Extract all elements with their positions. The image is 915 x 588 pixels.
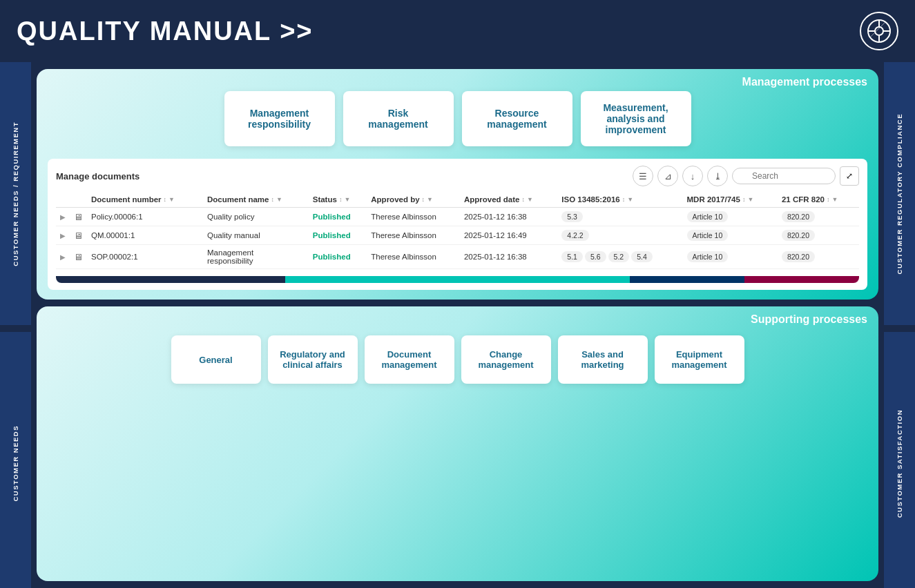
- docs-toolbar: ☰ ⊿ ↓ ⤓ 🔍 ⤢: [633, 166, 859, 186]
- left-top-label: CUSTOMER NEEDS / REQUIREMENT: [12, 121, 19, 266]
- doc-type-icon: 🖥: [74, 212, 83, 222]
- right-side-label: CUSTOMER REGULATORY COMPLIANCE CUSTOMER …: [884, 62, 915, 588]
- docs-panel-title: Manage documents: [56, 171, 139, 182]
- management-cards-row: Management responsibility Risk managemen…: [48, 84, 867, 153]
- management-title: Management processes: [742, 76, 867, 88]
- doc-mdr-cell: Article 10: [683, 208, 778, 226]
- th-mdr: MDR 2017/745 ↕ ▼: [687, 195, 773, 204]
- sort-icon[interactable]: ↕: [164, 196, 167, 203]
- supporting-card-5[interactable]: Equipment management: [655, 335, 744, 384]
- supporting-card-3[interactable]: Change management: [461, 335, 551, 384]
- doc-number-cell: Policy.00006:1: [87, 208, 203, 226]
- th-cfr: 21 CFR 820 ↕ ▼: [782, 195, 855, 204]
- filter-button[interactable]: ⊿: [657, 166, 678, 186]
- supporting-section: Supporting processes General Regulatory …: [37, 306, 878, 581]
- doc-approved-date-cell: 2025-01-12 16:38: [460, 245, 557, 269]
- filter-icon-status[interactable]: ▼: [344, 196, 350, 203]
- pb-teal: [285, 276, 629, 283]
- cfr-badge: 820.20: [782, 211, 815, 222]
- doc-approved-date-cell: 2025-01-12 16:38: [460, 208, 557, 226]
- expand-button[interactable]: ⤢: [840, 166, 859, 186]
- sort-icon-status[interactable]: ↕: [339, 196, 343, 203]
- right-bottom-label: CUSTOMER SATISFACTION: [896, 409, 903, 518]
- cfr-badge: 820.20: [782, 230, 815, 241]
- doc-approved-by-cell: Therese Albinsson: [367, 208, 460, 226]
- management-card-2[interactable]: Resource management: [462, 91, 572, 146]
- management-card-3[interactable]: Measurement, analysis and improvement: [581, 91, 691, 146]
- doc-approved-date-cell: 2025-01-12 16:49: [460, 226, 557, 245]
- doc-iso-cell: 5.15.65.25.4: [557, 245, 682, 269]
- doc-iso-cell: 4.2.2: [557, 226, 682, 245]
- iso-badge: 5.2: [608, 251, 630, 262]
- th-doc-name: Document name ↕ ▼: [207, 195, 305, 204]
- row-expand-icon[interactable]: ▶: [60, 232, 66, 239]
- search-wrapper: 🔍: [732, 168, 836, 184]
- doc-name-cell: Quality manual: [203, 226, 309, 245]
- sort-icon-cfr[interactable]: ↕: [827, 196, 830, 203]
- documents-table: Document number ↕ ▼ Document name ↕ ▼: [56, 192, 859, 269]
- doc-status-cell: Published: [309, 208, 367, 226]
- filter-icon-approvedby[interactable]: ▼: [427, 196, 433, 203]
- supporting-card-4[interactable]: Sales and marketing: [558, 335, 648, 384]
- supporting-card-0[interactable]: General: [171, 335, 261, 384]
- progress-bar: [56, 276, 859, 283]
- pb-navy: [56, 276, 285, 283]
- filter-icon-mdr[interactable]: ▼: [747, 196, 753, 203]
- cfr-badge: 820.20: [782, 251, 815, 262]
- filter-icon-name[interactable]: ▼: [276, 196, 282, 203]
- doc-mdr-cell: Article 10: [683, 245, 778, 269]
- sort-icon-mdr[interactable]: ↕: [742, 196, 746, 203]
- iso-badge: 5.4: [631, 251, 653, 262]
- supporting-card-2[interactable]: Document management: [365, 335, 454, 384]
- docs-header: Manage documents ☰ ⊿ ↓ ⤓ 🔍 ⤢: [56, 166, 859, 186]
- doc-name-cell: Quality policy: [203, 208, 309, 226]
- supporting-title: Supporting processes: [751, 313, 867, 326]
- filter-icon-cfr[interactable]: ▼: [831, 196, 838, 203]
- mdr-badge: Article 10: [687, 251, 729, 262]
- iso-badge: 5.3: [561, 211, 583, 222]
- doc-iso-cell: 5.3: [557, 208, 682, 226]
- supporting-card-1[interactable]: Regulatory and clinical affairs: [268, 335, 358, 384]
- sort-icon-iso[interactable]: ↕: [622, 196, 626, 203]
- mdr-badge: Article 10: [687, 211, 729, 222]
- sort-icon-approvedby[interactable]: ↕: [422, 196, 425, 203]
- row-expand-icon[interactable]: ▶: [60, 253, 66, 261]
- filter-icon-date[interactable]: ▼: [527, 196, 533, 203]
- iso-badge: 4.2.2: [561, 230, 588, 241]
- doc-cfr-cell: 820.20: [778, 245, 859, 269]
- table-row: ▶ 🖥 QM.00001:1 Quality manual Published …: [56, 226, 859, 245]
- left-bottom-label: CUSTOMER NEEDS: [12, 425, 19, 502]
- sort-icon-date[interactable]: ↕: [521, 196, 525, 203]
- mdr-badge: Article 10: [687, 230, 729, 241]
- logo: [860, 12, 898, 50]
- search-input[interactable]: [732, 168, 836, 184]
- row-expand-icon[interactable]: ▶: [60, 213, 66, 221]
- supporting-cards-row: General Regulatory and clinical affairs …: [48, 329, 867, 391]
- left-side-label: CUSTOMER NEEDS / REQUIREMENT CUSTOMER NE…: [0, 62, 31, 588]
- filter-icon-iso[interactable]: ▼: [627, 196, 633, 203]
- th-status: Status ↕ ▼: [313, 195, 363, 204]
- menu-button[interactable]: ☰: [633, 166, 653, 186]
- pb-crimson: [744, 276, 859, 283]
- download-button[interactable]: ↓: [682, 166, 703, 186]
- doc-type-icon: 🖥: [74, 252, 83, 262]
- doc-cfr-cell: 820.20: [778, 208, 859, 226]
- table-row: ▶ 🖥 SOP.00002:1 Management responsibilit…: [56, 245, 859, 269]
- management-card-0[interactable]: Management responsibility: [224, 91, 335, 146]
- filter-icon[interactable]: ▼: [168, 196, 175, 203]
- doc-status-cell: Published: [309, 226, 367, 245]
- doc-status-cell: Published: [309, 245, 367, 269]
- management-card-1[interactable]: Risk management: [343, 91, 454, 146]
- iso-badge: 5.6: [585, 251, 606, 262]
- doc-cfr-cell: 820.20: [778, 226, 859, 245]
- documents-panel: Manage documents ☰ ⊿ ↓ ⤓ 🔍 ⤢: [48, 159, 867, 290]
- export-button[interactable]: ⤓: [707, 166, 728, 186]
- management-section: Management processes Management responsi…: [37, 69, 878, 300]
- doc-type-icon: 🖥: [74, 231, 83, 241]
- content-area: Management processes Management responsi…: [31, 62, 884, 588]
- table-header-row: Document number ↕ ▼ Document name ↕ ▼: [56, 192, 859, 208]
- th-approved-date: Approved date ↕ ▼: [464, 195, 553, 204]
- doc-approved-by-cell: Therese Albinsson: [367, 245, 460, 269]
- sort-icon-name[interactable]: ↕: [271, 196, 274, 203]
- doc-mdr-cell: Article 10: [683, 226, 778, 245]
